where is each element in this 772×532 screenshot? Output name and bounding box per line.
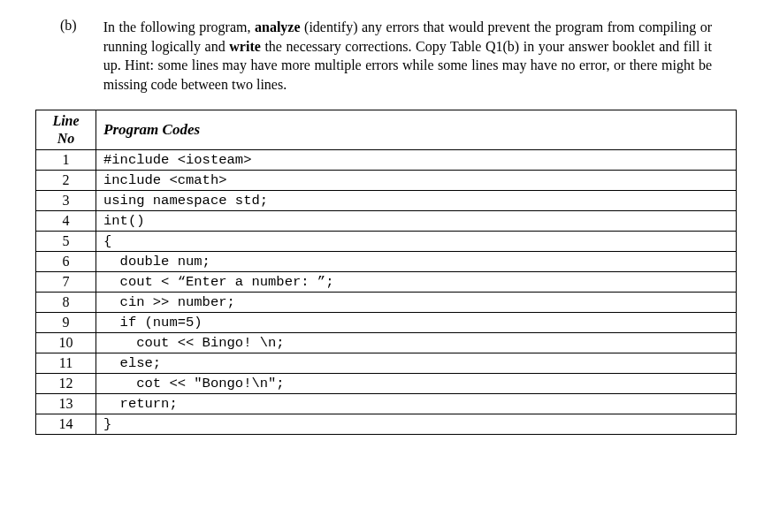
code-cell: return; xyxy=(96,394,737,414)
table-body: 1 #include <iosteam> 2 include <cmath> 3… xyxy=(36,150,737,435)
table-row: 1 #include <iosteam> xyxy=(36,150,737,171)
header-lineno-l1: Line xyxy=(52,113,79,128)
code-cell: if (num=5) xyxy=(96,313,737,333)
code-cell: } xyxy=(96,414,737,435)
line-no-cell: 10 xyxy=(36,333,96,353)
line-no-cell: 12 xyxy=(36,374,96,394)
table-row: 4 int() xyxy=(36,211,737,232)
table-row: 2 include <cmath> xyxy=(36,171,737,191)
code-cell: using namespace std; xyxy=(96,191,737,211)
table-header-row: Line No Program Codes xyxy=(36,110,737,150)
question-text: In the following program, analyze (ident… xyxy=(103,18,712,94)
table-row: 5 { xyxy=(36,232,737,252)
qtext-identify: (identify) xyxy=(301,19,358,34)
header-program-codes: Program Codes xyxy=(96,110,737,150)
code-cell: #include <iosteam> xyxy=(96,150,737,171)
code-cell: else; xyxy=(96,353,737,374)
question-block: (b) In the following program, analyze (i… xyxy=(35,18,737,94)
code-cell: cout << Bingo! \n; xyxy=(96,333,737,353)
line-no-cell: 9 xyxy=(36,313,96,333)
line-no-cell: 7 xyxy=(36,272,96,293)
qtext-part1: In the following program, xyxy=(103,19,255,34)
table-row: 11 else; xyxy=(36,353,737,374)
header-lineno-l2: No xyxy=(57,131,75,146)
line-no-cell: 2 xyxy=(36,171,96,191)
table-row: 13 return; xyxy=(36,394,737,414)
program-codes-table: Line No Program Codes 1 #include <iostea… xyxy=(35,110,737,435)
question-label: (b) xyxy=(60,18,77,94)
code-cell: cin >> number; xyxy=(96,293,737,313)
line-no-cell: 14 xyxy=(36,414,96,435)
line-no-cell: 8 xyxy=(36,293,96,313)
line-no-cell: 11 xyxy=(36,353,96,374)
code-cell: { xyxy=(96,232,737,252)
line-no-cell: 3 xyxy=(36,191,96,211)
code-cell: cot << "Bongo!\n"; xyxy=(96,374,737,394)
table-row: 8 cin >> number; xyxy=(36,293,737,313)
line-no-cell: 4 xyxy=(36,211,96,232)
table-row: 9 if (num=5) xyxy=(36,313,737,333)
table-row: 10 cout << Bingo! \n; xyxy=(36,333,737,353)
table-row: 14 } xyxy=(36,414,737,435)
code-cell: include <cmath> xyxy=(96,171,737,191)
line-no-cell: 13 xyxy=(36,394,96,414)
table-row: 7 cout < “Enter a number: ”; xyxy=(36,272,737,293)
code-cell: cout < “Enter a number: ”; xyxy=(96,272,737,293)
table-row: 12 cot << "Bongo!\n"; xyxy=(36,374,737,394)
table-row: 6 double num; xyxy=(36,252,737,272)
qtext-analyze: analyze xyxy=(255,19,301,34)
header-line-no: Line No xyxy=(36,110,96,150)
code-cell: double num; xyxy=(96,252,737,272)
table-row: 3 using namespace std; xyxy=(36,191,737,211)
line-no-cell: 1 xyxy=(36,150,96,171)
line-no-cell: 5 xyxy=(36,232,96,252)
qtext-write: write xyxy=(229,39,261,54)
line-no-cell: 6 xyxy=(36,252,96,272)
code-cell: int() xyxy=(96,211,737,232)
